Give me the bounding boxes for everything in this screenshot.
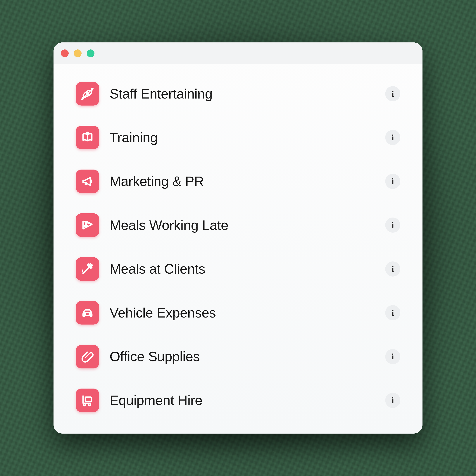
window-minimize-dot[interactable] [74, 50, 82, 57]
category-row-equipment-hire[interactable]: Equipment Hire i [76, 384, 400, 417]
info-button[interactable]: i [385, 261, 400, 277]
category-label: Meals Working Late [110, 217, 375, 233]
category-label: Office Supplies [110, 349, 375, 364]
info-button[interactable]: i [385, 86, 400, 101]
utensils-icon [76, 257, 99, 281]
info-button[interactable]: i [385, 218, 400, 233]
book-open-icon [76, 126, 99, 149]
info-button[interactable]: i [385, 130, 400, 145]
info-button[interactable]: i [385, 305, 400, 320]
kayak-icon [76, 82, 99, 105]
category-row-training[interactable]: Training i [76, 121, 400, 154]
info-button[interactable]: i [385, 393, 400, 408]
info-button[interactable]: i [385, 349, 400, 364]
category-label: Marketing & PR [110, 173, 375, 189]
window-close-dot[interactable] [61, 50, 69, 57]
category-list: Staff Entertaining i Training i Marketin… [53, 64, 423, 434]
svg-point-4 [86, 132, 88, 134]
title-bar [53, 42, 423, 64]
megaphone-icon [76, 170, 99, 193]
category-label: Staff Entertaining [110, 86, 375, 102]
svg-point-7 [85, 226, 85, 227]
pizza-icon [76, 213, 99, 237]
category-row-staff-entertaining[interactable]: Staff Entertaining i [76, 77, 400, 110]
category-row-office-supplies[interactable]: Office Supplies i [76, 340, 400, 373]
category-row-meals-at-clients[interactable]: Meals at Clients i [76, 252, 400, 286]
info-button[interactable]: i [385, 174, 400, 189]
category-row-marketing-pr[interactable]: Marketing & PR i [76, 165, 400, 198]
svg-point-9 [85, 314, 86, 315]
app-window: Staff Entertaining i Training i Marketin… [53, 42, 423, 434]
svg-point-5 [85, 223, 86, 224]
category-row-meals-working-late[interactable]: Meals Working Late i [76, 208, 400, 242]
svg-point-14 [89, 404, 91, 406]
svg-point-10 [89, 314, 90, 315]
category-label: Meals at Clients [110, 261, 375, 277]
svg-rect-12 [85, 397, 91, 401]
cart-icon [76, 389, 99, 412]
category-label: Vehicle Expenses [110, 305, 375, 321]
category-row-vehicle-expenses[interactable]: Vehicle Expenses i [76, 296, 400, 329]
svg-point-13 [84, 404, 86, 406]
svg-point-6 [87, 225, 88, 227]
car-icon [76, 301, 99, 324]
category-label: Training [110, 130, 375, 145]
paperclip-icon [76, 345, 99, 368]
category-label: Equipment Hire [110, 392, 375, 408]
window-zoom-dot[interactable] [87, 50, 94, 57]
